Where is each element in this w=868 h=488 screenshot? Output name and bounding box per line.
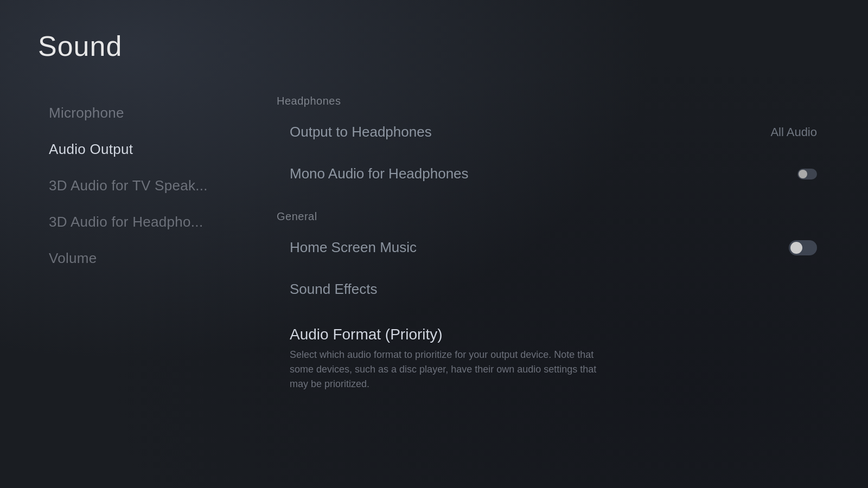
audio-format-title: Audio Format (Priority)	[290, 326, 604, 343]
sound-effects-row[interactable]: Sound Effects	[277, 269, 830, 310]
output-to-headphones-label: Output to Headphones	[290, 124, 760, 140]
mono-audio-toggle[interactable]	[797, 169, 817, 179]
toggle-knob-music	[790, 242, 802, 254]
output-to-headphones-value: All Audio	[770, 125, 817, 139]
mono-audio-label: Mono Audio for Headphones	[290, 165, 797, 182]
sidebar-item-3d-audio-tv[interactable]: 3D Audio for TV Speak...	[38, 168, 255, 204]
sidebar: Microphone Audio Output 3D Audio for TV …	[38, 89, 255, 466]
content-area: Microphone Audio Output 3D Audio for TV …	[38, 89, 830, 466]
home-screen-music-toggle[interactable]	[789, 240, 817, 255]
sidebar-item-volume[interactable]: Volume	[38, 240, 255, 277]
audio-format-desc: Select which audio format to prioritize …	[290, 348, 604, 391]
home-screen-music-label: Home Screen Music	[290, 239, 789, 256]
sidebar-item-audio-output[interactable]: Audio Output	[38, 131, 255, 168]
sidebar-item-3d-audio-headphones[interactable]: 3D Audio for Headpho...	[38, 204, 255, 240]
mono-audio-row[interactable]: Mono Audio for Headphones	[277, 153, 830, 194]
sidebar-item-microphone[interactable]: Microphone	[38, 95, 255, 131]
home-screen-music-row[interactable]: Home Screen Music	[277, 227, 830, 268]
page-title: Sound	[38, 30, 830, 62]
output-to-headphones-row[interactable]: Output to Headphones All Audio	[277, 112, 830, 152]
audio-format-row[interactable]: Audio Format (Priority) Select which aud…	[277, 314, 830, 403]
general-section-label: General	[277, 210, 830, 223]
toggle-knob	[799, 170, 807, 178]
headphones-section-label: Headphones	[277, 95, 830, 107]
sound-effects-container: Sound Effects Audio Format (Priority) Se…	[277, 269, 830, 404]
page: Sound Microphone Audio Output 3D Audio f…	[0, 0, 868, 488]
main-panel: Headphones Output to Headphones All Audi…	[255, 89, 830, 466]
sound-effects-label: Sound Effects	[290, 281, 817, 298]
